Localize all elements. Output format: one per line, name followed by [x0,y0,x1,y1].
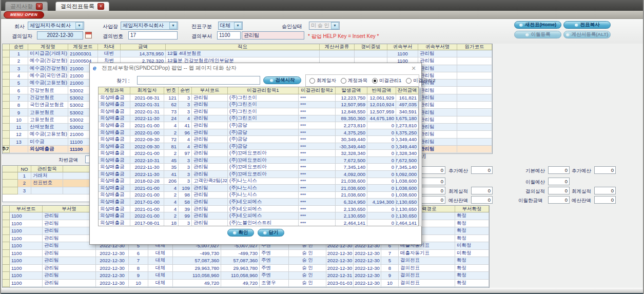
cell [3,242,10,250]
table-row[interactable]: 외상매출금2021-01-004109관리팀(주)나노시스***21,038,6… [99,185,418,192]
table-row[interactable]: 외상매출금2022-01-00296관리팀(주)금당***4,375,25004… [99,129,418,136]
radio-account[interactable]: 계정과목 [341,77,367,84]
close-button[interactable]: 닫기 [258,229,284,237]
cell: 21,038,600 [336,178,367,185]
cell: 24 [164,115,179,123]
tab-close-icon[interactable]: x [97,3,104,10]
table-row[interactable]: 1미지급금(거래처)21000301대변14,378,95012월 4대보험료1… [3,50,492,57]
approval-select[interactable]: 미 승 인 ▼ [309,22,340,30]
calendar-icon[interactable] [85,32,92,38]
table-row[interactable]: 외상매출금2022-01-00298관리팀(주)나노시스***21,038,60… [99,192,418,199]
table-row[interactable]: 외상매출금2021-08-311213관리팀(주)그린조이***12,223,7… [99,94,418,102]
table-row[interactable]: 외상매출금2022-11-30353관리팀(주)꼬매요코리아***7,345,1… [99,164,418,171]
table-row[interactable]: 외상매출금2021-01-00439관리팀(주)네오피에스***2,130,65… [99,206,418,213]
tab-close-icon[interactable]: x [36,3,43,10]
table-row[interactable]: 외상매출금2022-09-30814관리팀(주)금당***-30,349,440… [99,143,418,150]
cell: 건강보험료 [28,87,68,94]
budget-input[interactable]: 0 [548,166,570,174]
radio-label: 미결관리2 [413,77,435,84]
date-input[interactable]: 2022-12-30 [37,31,83,40]
column-header: 잔여금액 [396,87,419,94]
cell: 관리팀 [418,139,457,146]
column-header: 계정명 [28,44,68,50]
slip-type-select[interactable]: 대체 ▼ [218,22,243,30]
invoice-button[interactable]: 계산서등록(ALT) [563,31,611,38]
table-row[interactable]: 외상매출금2018-02-282063고객만족2팀(J2(주)나노시스***21… [99,178,418,185]
cell: 2,273,810 [396,122,419,129]
table-row[interactable]: 1100관리팀2022-12-306대체-499,730-499,730주엔승 … [3,250,489,258]
budget-label: 이월예산 [525,179,545,186]
cell: 29,963,780 [221,265,260,272]
new-slip-button[interactable]: 새전표(Home) [514,21,561,29]
dept-code-input[interactable]: 1100 [217,31,241,40]
cell: (주)금당 [228,136,299,143]
table-row[interactable]: 외상매출금2022-11-30244관리팀(주)그린조이***89,350,36… [99,115,418,123]
radio-open-mgmt2[interactable]: 미결관리2 [406,77,435,84]
cell: 1100 [10,242,43,250]
table-row[interactable]: 외상매출금2022-01-00299관리팀(주)네오피에스***2,130,65… [99,212,418,220]
table-row[interactable]: 1100관리팀2022-12-309대체110,058,960110,058,9… [3,272,489,280]
cell: *** [299,178,336,185]
cell: (주)나노시스 [228,178,299,185]
cell: *** [299,94,336,102]
slip-no-input[interactable]: 17 [128,31,178,40]
cell: 승 인 [289,280,326,287]
table-row[interactable]: 1100관리팀2022-12-307대체57,087,36057,087,360… [3,257,489,265]
invoice-label: 계산서등록(ALT) [572,31,609,38]
popup-close-icon[interactable]: ✕ [410,65,417,72]
popup-scrollbar[interactable] [419,87,422,226]
popup-title-bar[interactable]: e 전표세부항목(SPNDCDPop) 팝업 -- 웹 페이지 대화 상자 [90,63,421,73]
budget-input[interactable]: 0 [548,178,570,185]
cell [457,50,492,57]
cell [3,116,10,124]
table-row[interactable]: 외상매출금2017-08-01183관리팀(주)노블인더스트리***2,464,… [99,220,418,226]
slip-type-label: 전표구분 [191,23,212,30]
budget-input[interactable]: 0 [471,166,493,174]
cell: 관리팀 [43,235,96,243]
radio-open-mgmt1[interactable]: 미결관리1 [372,77,401,84]
table-row[interactable]: 1100관리팀2022-12-3010대체49,72049,720조영우승 인2… [3,280,489,287]
cell [3,80,10,87]
menu-open-button[interactable]: MENU OPEN [4,11,44,18]
cell: 13 [10,139,28,146]
budget-input[interactable]: 0 [594,187,616,194]
budget-input[interactable]: 0 [471,196,493,204]
budget-input[interactable]: 0 [548,196,570,204]
radio-acct-date[interactable]: 회계일자 [309,77,336,84]
slip-type-value: 대체 [220,22,230,29]
cell: 관리팀 [192,129,228,136]
cell: 2022-01-00 [130,150,164,157]
table-row[interactable]: 외상매출금2022-11-30413관리팀(주)꼬매요코리아***4,092,0… [99,171,418,178]
company-select[interactable]: 제일저지주식회사 ▼ [28,22,84,30]
budget-input[interactable]: 0 [471,187,493,194]
cell: 2,130,650 [336,212,367,220]
cell: 29,963,780 [173,265,221,272]
table-row[interactable]: 외상매출금2022-09-30724관리팀(주)금당***30,349,4400… [99,136,418,143]
budget-input[interactable]: 0 [548,187,570,194]
table-row[interactable]: 외상매출금2022-01-31623관리팀(주)그린조이***12,507,95… [99,102,418,109]
cell: 4,375,250 [396,129,419,136]
table-row[interactable]: 외상매출금2022-01-31733관리팀(주)그린조이***12,848,55… [99,108,418,115]
tab-notice[interactable]: 공지사항 x [5,2,48,11]
site-select[interactable]: 제일저지주식회사 ▼ [121,22,178,30]
table-row[interactable]: 외상매출금2017-01-00458관리팀(주)네오피에스***6,324,95… [99,199,418,206]
ok-button[interactable]: 확인 [227,229,254,237]
budget-input[interactable]: 0 [594,196,616,204]
cell [3,94,10,102]
tab-slip-register[interactable]: 결의전표등록 x [55,2,109,11]
cell: 99 [179,212,192,220]
approval-value: 미 승 인 [311,22,329,29]
budget-input[interactable]: 0 [594,166,616,174]
cell: 2022-12-30 [354,257,381,265]
table-row[interactable]: 1100관리팀2022-12-308대체29,963,78029,963,780… [3,265,489,272]
cell: 2022-12-30 [96,250,129,258]
find-input[interactable] [137,76,260,85]
table-row[interactable]: 외상매출금2022-10-31453관리팀(주)꼬매요코리아***7,672,5… [99,157,418,164]
search-button[interactable]: 검색시작 [263,76,301,84]
cell: 외상매출금 [99,150,130,157]
table-row[interactable]: 외상매출금2022-01-00297관리팀(주)꼬매요코리아***32,328,… [99,150,418,157]
copy-slip-button[interactable]: 전표복사 [563,21,611,29]
carryover-button[interactable]: 이월등록 [514,31,561,38]
table-row[interactable]: 외상매출금2021-01-00441관리팀(주)금당***2,273,81002… [99,122,418,129]
cell [3,109,10,116]
